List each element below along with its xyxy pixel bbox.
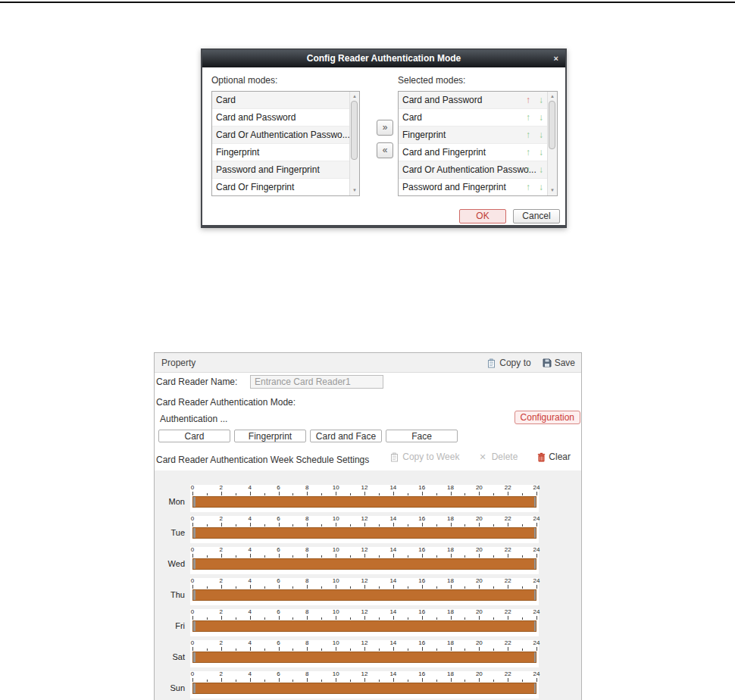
hour-label: 4	[248, 670, 251, 677]
ruler-tick	[250, 492, 251, 495]
ruler-tick	[379, 524, 380, 527]
ruler-tick	[464, 617, 465, 620]
hour-label: 2	[220, 515, 223, 522]
optional-mode-row[interactable]: Password and Fingerprint	[212, 161, 349, 179]
selected-mode-label: Fingerprint	[399, 130, 446, 140]
scrollbar-thumb[interactable]	[549, 101, 555, 149]
auth-mode-button[interactable]: Fingerprint	[234, 430, 306, 442]
move-right-button[interactable]: »	[377, 120, 393, 136]
move-up-arrow-icon[interactable]: ↑	[526, 111, 530, 123]
page-top-rule	[0, 2, 735, 3]
ruler-tick	[279, 492, 280, 495]
scroll-down-icon[interactable]: ▼	[548, 186, 557, 195]
card-reader-name-label: Card Reader Name:	[156, 377, 237, 387]
schedule-strip: 024681012141618202224	[190, 609, 539, 636]
optional-mode-row[interactable]: Card Or Fingerprint	[212, 179, 349, 195]
ruler-tick	[536, 492, 537, 495]
hour-label: 18	[447, 484, 454, 491]
auth-mode-button[interactable]: Card and Face	[310, 430, 382, 442]
optional-mode-row[interactable]: Fingerprint	[212, 144, 349, 161]
selected-mode-row[interactable]: Password and Fingerprint↑↓	[399, 179, 547, 195]
hour-label: 8	[305, 515, 308, 522]
hour-label: 14	[389, 608, 396, 615]
optional-mode-row[interactable]: Card	[212, 92, 349, 109]
selected-mode-row[interactable]: Card↑↓	[399, 109, 547, 127]
move-up-arrow-icon[interactable]: ↑	[526, 181, 530, 193]
scroll-up-icon[interactable]: ▲	[350, 92, 359, 101]
optional-mode-row[interactable]: Card and Password	[212, 109, 349, 127]
optional-mode-label: Card Or Fingerprint	[212, 182, 294, 192]
selected-mode-row[interactable]: Card and Fingerprint↑↓	[399, 144, 547, 161]
selected-mode-row[interactable]: Card Or Authentication Passwo...↑↓	[399, 161, 547, 179]
hour-label: 20	[476, 639, 483, 646]
schedule-bar-track	[192, 652, 536, 664]
scroll-down-icon[interactable]: ▼	[350, 186, 359, 195]
copy-to-button[interactable]: Copy to	[487, 358, 530, 368]
move-down-arrow-icon[interactable]: ↓	[539, 164, 543, 176]
schedule-bar[interactable]	[192, 527, 536, 539]
auth-mode-button[interactable]: Card	[158, 430, 230, 442]
schedule-bar[interactable]	[192, 652, 536, 663]
schedule-bar-track	[192, 589, 536, 602]
optional-mode-row[interactable]: Card Or Authentication Passwo...	[212, 127, 349, 144]
ruler-tick	[250, 523, 251, 527]
ok-button[interactable]: OK	[459, 209, 506, 223]
move-up-arrow-icon[interactable]: ↑	[526, 94, 530, 106]
ruler-tick	[451, 585, 452, 589]
scroll-up-icon[interactable]: ▲	[548, 92, 557, 101]
move-down-arrow-icon[interactable]: ↓	[539, 146, 543, 158]
timeline-ruler: 024681012141618202224	[192, 486, 536, 495]
schedule-bar[interactable]	[192, 620, 536, 632]
move-down-arrow-icon[interactable]: ↓	[539, 94, 543, 106]
save-label: Save	[555, 358, 575, 368]
delete-button[interactable]: ✕ Delete	[479, 452, 518, 462]
schedule-bar[interactable]	[192, 496, 536, 508]
move-up-arrow-icon[interactable]: ↑	[526, 129, 530, 141]
ruler-tick	[464, 555, 465, 558]
scrollbar-thumb[interactable]	[351, 101, 358, 160]
hour-label: 20	[476, 515, 483, 522]
ruler-tick	[307, 554, 308, 558]
selected-list-scrollbar[interactable]: ▲ ▼	[547, 92, 557, 195]
move-down-arrow-icon[interactable]: ↓	[539, 129, 543, 141]
clear-button[interactable]: Clear	[537, 452, 571, 462]
ruler-tick	[379, 680, 380, 682]
schedule-bar[interactable]	[192, 589, 536, 601]
hour-label: 18	[447, 608, 454, 615]
hour-label: 4	[248, 639, 251, 646]
selected-modes-rows: Card and Password↑↓Card↑↓Fingerprint↑↓Ca…	[399, 92, 547, 195]
hour-label: 24	[533, 546, 540, 553]
ruler-tick	[207, 680, 208, 682]
configuration-button[interactable]: Configuration	[514, 411, 580, 424]
move-down-arrow-icon[interactable]: ↓	[539, 181, 543, 193]
selected-mode-row[interactable]: Fingerprint↑↓	[399, 127, 547, 144]
ruler-tick	[350, 524, 351, 527]
ruler-tick	[221, 585, 222, 589]
ruler-tick	[522, 648, 523, 651]
close-icon[interactable]: ×	[554, 50, 558, 67]
move-down-arrow-icon[interactable]: ↓	[539, 111, 543, 123]
copy-to-week-button[interactable]: Copy to Week	[390, 452, 459, 462]
auth-mode-button[interactable]: Face	[386, 430, 458, 442]
schedule-row: Sat024681012141618202224	[155, 640, 581, 670]
ruler-tick	[250, 585, 251, 589]
move-up-arrow-icon[interactable]: ↑	[526, 164, 530, 176]
ruler-tick	[292, 555, 293, 558]
schedule-bar[interactable]	[192, 683, 536, 694]
save-button[interactable]: Save	[543, 358, 575, 368]
ruler-tick	[364, 492, 365, 495]
schedule-row: Mon024681012141618202224	[155, 485, 581, 515]
schedule-bar[interactable]	[192, 558, 536, 570]
hour-label: 20	[476, 484, 483, 491]
card-reader-name-input[interactable]	[250, 375, 383, 389]
selected-mode-row[interactable]: Card and Password↑↓	[399, 92, 547, 109]
move-left-button[interactable]: «	[377, 142, 393, 158]
optional-list-scrollbar[interactable]: ▲ ▼	[349, 92, 359, 195]
ruler-tick	[221, 523, 222, 527]
ruler-tick	[192, 554, 193, 558]
cancel-button[interactable]: Cancel	[513, 209, 560, 223]
hour-label: 4	[248, 577, 251, 584]
ruler-tick	[236, 555, 236, 558]
move-up-arrow-icon[interactable]: ↑	[526, 146, 530, 158]
selected-mode-label: Password and Fingerprint	[399, 182, 506, 192]
